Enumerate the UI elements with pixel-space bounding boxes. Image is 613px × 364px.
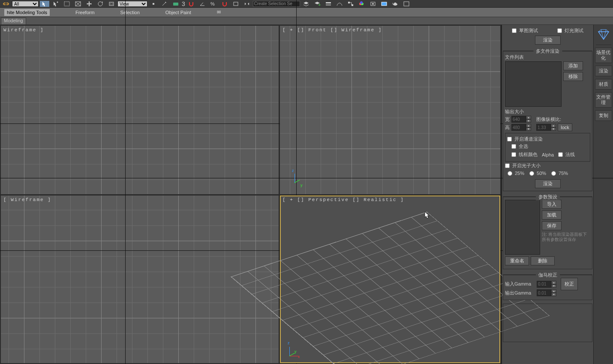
photon-75-radio[interactable]: 75% bbox=[551, 171, 568, 176]
add-file-button[interactable]: 添加 bbox=[563, 61, 583, 70]
named-sel-icon[interactable] bbox=[231, 0, 241, 7]
select-all-checkbox[interactable]: 全选 bbox=[511, 143, 588, 150]
layer-icon[interactable] bbox=[301, 0, 311, 7]
keyboard-icon[interactable] bbox=[171, 0, 181, 7]
layer-mgr-icon[interactable] bbox=[323, 0, 334, 7]
svg-point-19 bbox=[372, 3, 374, 5]
width-label: 宽 bbox=[505, 116, 510, 123]
ribbon-tabs: Modeling bbox=[0, 17, 613, 25]
pivot-icon[interactable] bbox=[148, 0, 159, 7]
viewport-label[interactable]: [ Wireframe ] bbox=[3, 197, 51, 202]
main-toolbar: All View 3 % + bbox=[0, 0, 613, 8]
photon-50-radio[interactable]: 50% bbox=[529, 171, 546, 176]
select-sub-icon[interactable] bbox=[51, 0, 61, 7]
rect-select-icon[interactable] bbox=[62, 0, 72, 7]
mirror-icon[interactable] bbox=[242, 0, 252, 7]
manip-icon[interactable] bbox=[159, 0, 170, 7]
svg-rect-22 bbox=[394, 3, 396, 3]
svg-rect-9 bbox=[234, 2, 238, 6]
menu-object-paint[interactable]: Object Paint bbox=[165, 10, 191, 15]
move-icon[interactable] bbox=[84, 0, 94, 7]
create-selection-input[interactable] bbox=[253, 1, 300, 7]
gamma-out-spinner[interactable]: ▲▼ bbox=[537, 289, 556, 296]
preset-title: 参数预设 bbox=[536, 194, 560, 200]
remove-file-button[interactable]: 移除 bbox=[563, 72, 583, 81]
svg-text:+: + bbox=[318, 2, 321, 7]
gamma-correct-button[interactable]: 校正 bbox=[561, 278, 578, 290]
viewport-front-wireframe[interactable]: [ + [] Front [] Wireframe ] z y bbox=[280, 26, 500, 194]
grid-overlay bbox=[1, 26, 279, 194]
width-spinner[interactable]: ▲▼ bbox=[511, 116, 531, 123]
far-render-button[interactable]: 渲染 bbox=[595, 66, 612, 76]
ref-coord-dropdown[interactable]: View bbox=[117, 1, 147, 7]
preset-note: 注: 将当前渲染器面板下所有参数设置保存 bbox=[542, 232, 590, 242]
curve-editor-icon[interactable] bbox=[334, 0, 345, 7]
rename-button[interactable]: 重命名 bbox=[505, 256, 529, 265]
viewport-top-wireframe[interactable]: Wireframe ] bbox=[1, 26, 279, 194]
delete-button[interactable]: 删除 bbox=[531, 256, 555, 265]
viewport-label[interactable]: [ + [] Front [] Wireframe ] bbox=[282, 27, 382, 33]
file-list-box[interactable] bbox=[505, 61, 562, 107]
photon-size-checkbox[interactable]: 开启光子大小 bbox=[505, 162, 590, 169]
svg-rect-13 bbox=[348, 2, 350, 3]
viewport-perspective[interactable]: [ + [] Perspective [] Realistic ] z x y bbox=[280, 196, 500, 363]
multi-file-title: 多文件渲染 bbox=[533, 48, 562, 54]
svg-rect-12 bbox=[326, 4, 331, 6]
photon-25-radio[interactable]: 25% bbox=[508, 171, 524, 176]
preset-list-box[interactable] bbox=[505, 200, 540, 255]
gamma-in-spinner[interactable]: ▲▼ bbox=[537, 281, 556, 288]
far-copy-button[interactable]: 复制 bbox=[595, 110, 612, 121]
scale-icon[interactable] bbox=[106, 0, 117, 7]
far-material-button[interactable]: 材质 bbox=[595, 79, 612, 90]
layer-new-icon[interactable]: + bbox=[312, 0, 322, 7]
axis-gizmo: z x y bbox=[286, 343, 303, 360]
file-manage-button[interactable]: 文件管理 bbox=[595, 92, 612, 108]
svg-rect-6 bbox=[153, 3, 154, 5]
render-setup-icon[interactable] bbox=[368, 0, 378, 7]
rotate-icon[interactable] bbox=[95, 0, 105, 7]
viewport-label[interactable]: [ + [] Perspective [] Realistic ] bbox=[282, 197, 404, 202]
filter-all-dropdown[interactable]: All bbox=[12, 1, 39, 7]
multi-render-button[interactable]: 渲染 bbox=[535, 179, 561, 188]
height-spinner[interactable]: ▲▼ bbox=[511, 124, 531, 131]
teapot-icon[interactable] bbox=[390, 0, 400, 7]
angle-snap-icon[interactable] bbox=[197, 0, 207, 7]
spinner-snap-icon[interactable] bbox=[219, 0, 230, 7]
render-button[interactable]: 渲染 bbox=[535, 36, 561, 45]
load-button[interactable]: 加载 bbox=[542, 211, 562, 220]
window-crossing-icon[interactable] bbox=[73, 0, 83, 7]
gamma-title: 伽马校正 bbox=[536, 272, 560, 278]
viewport-label[interactable]: Wireframe ] bbox=[3, 27, 44, 33]
menu-freeform[interactable]: Freeform bbox=[75, 10, 95, 15]
wire-color-checkbox[interactable]: 线框颜色 bbox=[511, 151, 538, 158]
tab-modeling[interactable]: Modeling bbox=[1, 18, 26, 24]
output-size-label: 输出大小 bbox=[505, 108, 590, 115]
main-area: Wireframe ] [ + [] Front [] Wireframe ] … bbox=[0, 25, 613, 364]
scene-optimize-button[interactable]: 场景优化 bbox=[595, 48, 612, 63]
svg-point-0 bbox=[57, 1, 58, 3]
import-button[interactable]: 导入 bbox=[542, 200, 562, 209]
snap-toggle-icon[interactable] bbox=[186, 0, 196, 7]
select-icon[interactable] bbox=[39, 0, 50, 7]
mail-icon[interactable]: ✉ bbox=[217, 9, 221, 15]
percent-snap-icon[interactable]: % bbox=[208, 0, 219, 7]
material-editor-icon[interactable] bbox=[357, 0, 367, 7]
menu-modeling-tools[interactable]: hite Modeling Tools bbox=[4, 9, 50, 16]
sketch-test-checkbox[interactable]: 草图测试 bbox=[512, 27, 538, 34]
grid-overlay bbox=[280, 26, 500, 194]
chain-icon[interactable] bbox=[1, 0, 11, 7]
svg-rect-7 bbox=[173, 3, 178, 6]
normals-checkbox[interactable]: 法线 bbox=[558, 151, 575, 158]
render-frame-icon[interactable] bbox=[379, 0, 389, 7]
render-prod-icon[interactable] bbox=[401, 0, 412, 7]
svg-rect-11 bbox=[326, 2, 331, 3]
lock-button[interactable]: lock bbox=[558, 123, 572, 131]
menu-selection[interactable]: Selection bbox=[120, 10, 140, 15]
viewport-container: Wireframe ] [ + [] Front [] Wireframe ] … bbox=[0, 25, 501, 364]
channel-render-checkbox[interactable]: 开启通道渲染 bbox=[507, 136, 588, 142]
light-test-checkbox[interactable]: 灯光测试 bbox=[557, 27, 583, 34]
schematic-icon[interactable] bbox=[346, 0, 356, 7]
diamond-logo-icon[interactable] bbox=[596, 27, 611, 42]
aspect-spinner[interactable]: ▲▼ bbox=[536, 124, 556, 131]
save-button[interactable]: 保存 bbox=[542, 221, 562, 230]
